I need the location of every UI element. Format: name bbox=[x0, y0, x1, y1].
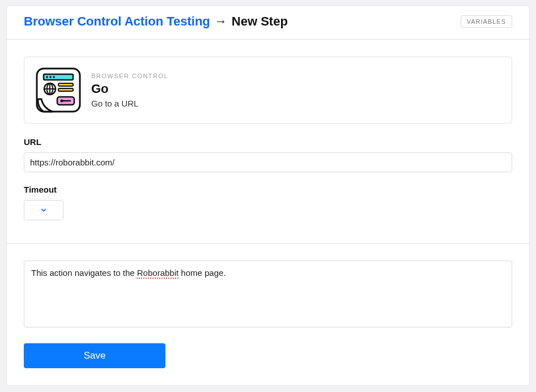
breadcrumb-parent-link[interactable]: Browser Control Action Testing bbox=[24, 14, 210, 29]
url-field-label: URL bbox=[24, 137, 512, 147]
spellcheck-word: Roborabbit bbox=[137, 268, 178, 278]
step-editor-card: Browser Control Action Testing → New Ste… bbox=[6, 6, 530, 386]
description-textarea[interactable]: This action navigates to the Roborabbit … bbox=[24, 261, 512, 327]
action-title: Go bbox=[91, 82, 168, 96]
card-footer: This action navigates to the Roborabbit … bbox=[7, 244, 529, 385]
timeout-select[interactable] bbox=[24, 200, 63, 220]
breadcrumb-current: New Step bbox=[232, 14, 288, 29]
action-subtitle: Go to a URL bbox=[91, 99, 168, 108]
svg-point-4 bbox=[53, 76, 55, 78]
browser-control-icon bbox=[36, 67, 81, 113]
action-meta: BROWSER CONTROL Go Go to a URL bbox=[91, 73, 168, 108]
svg-rect-8 bbox=[58, 83, 73, 86]
breadcrumb: Browser Control Action Testing → New Ste… bbox=[24, 14, 288, 29]
action-summary-box: BROWSER CONTROL Go Go to a URL bbox=[24, 57, 512, 123]
timeout-field-label: Timeout bbox=[24, 185, 512, 194]
svg-point-2 bbox=[46, 76, 48, 78]
save-button[interactable]: Save bbox=[24, 343, 165, 368]
card-body: BROWSER CONTROL Go Go to a URL URL Timeo… bbox=[7, 40, 529, 226]
svg-rect-9 bbox=[58, 88, 73, 91]
svg-rect-1 bbox=[44, 74, 73, 80]
chevron-down-icon bbox=[40, 206, 48, 214]
action-category-label: BROWSER CONTROL bbox=[91, 73, 168, 79]
url-input[interactable] bbox=[24, 152, 512, 172]
card-header: Browser Control Action Testing → New Ste… bbox=[7, 6, 529, 40]
breadcrumb-arrow-icon: → bbox=[215, 14, 227, 29]
variables-button[interactable]: VARIABLES bbox=[461, 15, 512, 28]
svg-point-3 bbox=[49, 76, 52, 78]
